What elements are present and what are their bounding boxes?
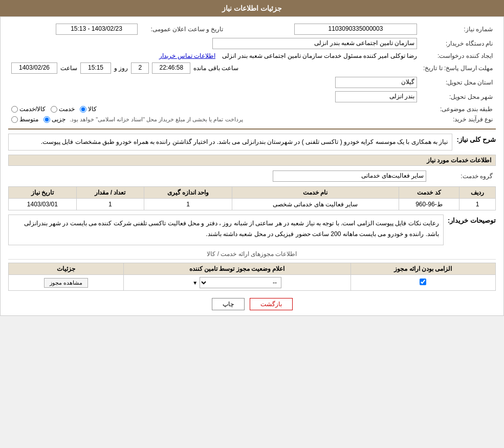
response-deadline-label: مهلت ارسال پاسخ: تا تاریخ: (420, 61, 496, 75)
deadline-time-label: ساعت (60, 65, 77, 72)
permits-col-required: الزامی بودن ارائه مجوز (350, 263, 495, 275)
permits-row: -- ▼ مشاهده مجوز (9, 275, 496, 291)
need-description-label: شرح کلی نیاز: (456, 134, 496, 143)
permits-required-checkbox[interactable] (420, 279, 426, 285)
permits-required-cell (350, 275, 495, 291)
cell-quantity: 1 (76, 199, 144, 210)
category-kala-label: کالا (88, 105, 97, 113)
need-description: نیاز به همکاری با یک موسسه کرایه خودرو (… (8, 134, 452, 151)
category-khadamat-label: خدمت (59, 105, 75, 113)
permits-status-select[interactable]: -- (200, 277, 281, 288)
page-title: جزئیات اطلاعات نیاز (222, 4, 282, 12)
deadline-days: 2 (131, 62, 149, 74)
process-jozyi[interactable]: جزیی (43, 116, 65, 123)
cell-service-code: ط-96-960 (399, 199, 459, 210)
print-button[interactable]: چاپ (212, 298, 245, 310)
buyer-org-label: نام دستگاه خریدار: (420, 36, 496, 51)
need-number-value: 1103090335000003 (294, 24, 417, 35)
category-khadamat[interactable]: خدمت (51, 105, 75, 113)
chevron-down-icon: ▼ (192, 280, 198, 286)
col-date: تاریخ نیاز (9, 187, 77, 199)
process-description: پرداخت تمام یا بخشی از مبلغ خریداز محل "… (70, 116, 243, 123)
contact-link[interactable]: اطلاعات تماس خریدار (159, 52, 215, 59)
buyer-org-value: سازمان تامین اجتماعی شعبه بندر انزلی (212, 38, 417, 49)
cell-date: 1403/03/01 (9, 199, 77, 210)
col-service-code: کد خدمت (399, 187, 459, 199)
deadline-time: 15:15 (80, 62, 111, 74)
process-label: نوع فرآیند خرید: (420, 114, 496, 124)
col-quantity: تعداد / مقدار (76, 187, 144, 199)
permits-col-status: اعلام وضعیت مجوز توسط تامین کننده (123, 263, 350, 275)
process-motovasset-label: متوسط (19, 116, 38, 123)
deadline-date: 1403/02/26 (11, 62, 57, 74)
category-label: طبقه بندی موضوعی: (420, 104, 496, 114)
announcement-date-label: تاریخ و ساعت اعلان عمومی: (141, 22, 227, 36)
creator-value: رضا توکلی امیر کننده مسئول خدمات سازمان … (222, 52, 417, 59)
cell-unit: 1 (144, 199, 232, 210)
permits-details-cell: مشاهده مجوز (9, 275, 124, 291)
deadline-days-label: روز و (114, 65, 128, 72)
province-label: استان محل تحویل: (420, 75, 496, 90)
category-kala-khadamat[interactable]: کالا/خدمت (11, 105, 46, 113)
buyer-notes-label: توصیحات خریدار: (448, 215, 496, 224)
services-info-title: اطلاعات خدمات مورد نیاز (8, 155, 496, 166)
process-motovasset[interactable]: متوسط (11, 116, 38, 123)
permits-title: اطلاعات مجوزهای ارائه خدمت / کالا (8, 250, 496, 260)
col-unit: واحد اندازه گیری (144, 187, 232, 199)
category-kala-khadamat-label: کالا/خدمت (19, 105, 46, 113)
cell-service-name: سایر فعالیت های خدماتی شخصی (232, 199, 399, 210)
city-label: شهر محل تحویل: (420, 90, 496, 104)
process-jozyi-label: جزیی (52, 116, 65, 123)
deadline-remaining: 22:46:58 (152, 62, 190, 74)
creator-label: ایجاد کننده درخواست: (420, 51, 496, 61)
province-value: گیلان (335, 77, 417, 88)
table-row: 1 ط-96-960 سایر فعالیت های خدماتی شخصی 1… (9, 199, 496, 210)
services-table: ردیف کد خدمت نام خدمت واحد اندازه گیری ت… (8, 186, 496, 210)
need-number-label: شماره نیاز: (420, 22, 496, 36)
deadline-remaining-label: ساعت باقی مانده (193, 65, 238, 72)
service-group-label: گروه خدمت: (429, 169, 496, 183)
buyer-notes: رعایت نکات فایل پیوست الزامی است. با توج… (8, 215, 444, 245)
category-kala[interactable]: کالا (80, 105, 97, 113)
view-permit-button[interactable]: مشاهده مجوز (44, 278, 88, 288)
col-row-num: ردیف (459, 187, 496, 199)
service-group-value: سایر فعالیت‌های خدماتی (273, 170, 426, 182)
page-header: جزئیات اطلاعات نیاز (0, 0, 504, 16)
back-button[interactable]: بازگشت (250, 298, 293, 310)
cell-row-num: 1 (459, 199, 496, 210)
announcement-date-value: 1403/02/23 - 15:13 (56, 24, 138, 35)
city-value: بندر انزلی (335, 91, 417, 102)
permits-status-cell: -- ▼ (123, 275, 350, 291)
col-service-name: نام خدمت (232, 187, 399, 199)
permits-col-details: جزئیات (9, 263, 124, 275)
permits-table: الزامی بودن ارائه مجوز اعلام وضعیت مجوز … (8, 263, 496, 291)
